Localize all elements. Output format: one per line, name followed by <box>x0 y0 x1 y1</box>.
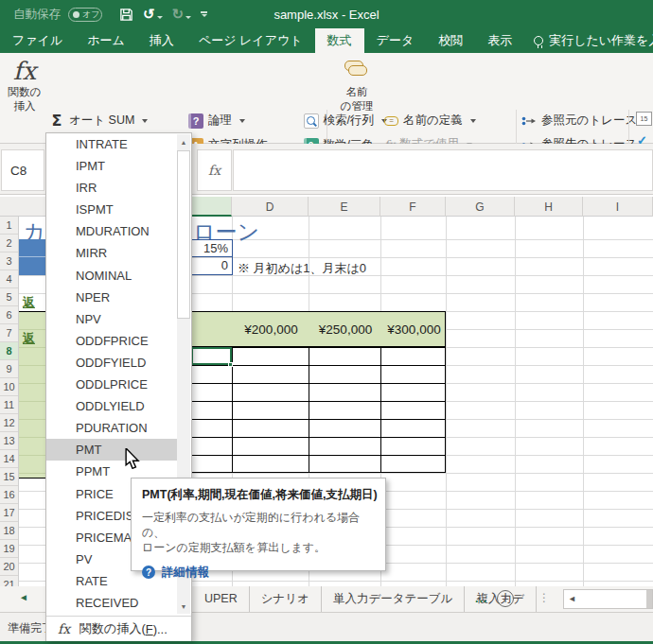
ribbon-tab[interactable]: 表示 <box>475 28 524 53</box>
sheet-tab-overflow[interactable]: ... <box>475 592 487 605</box>
row-header[interactable]: 7 <box>0 324 18 342</box>
function-menu-item[interactable]: ODDLPRICE <box>46 374 178 395</box>
sheet-tab[interactable]: 単入力データテーブル <box>322 586 465 612</box>
insert-function-label1: 関数の <box>9 85 42 99</box>
row-header[interactable]: 17 <box>0 504 18 522</box>
function-menu-item[interactable]: MIRR <box>46 242 178 264</box>
cell-c3-type[interactable]: 0 <box>185 257 232 274</box>
cell-c2-rate[interactable]: 15% <box>185 240 232 257</box>
row-header[interactable]: 12 <box>0 414 18 432</box>
tooltip-link-row[interactable]: ? 詳細情報 <box>142 565 375 581</box>
ribbon-tab[interactable]: ページ レイアウト <box>186 28 315 53</box>
tab-splitter-icon[interactable]: ⋮ <box>538 591 550 604</box>
row-header[interactable]: 21 <box>0 576 18 586</box>
function-menu-item[interactable]: ODDLYIELD <box>46 395 178 417</box>
scroll-down-button[interactable]: ▼ <box>177 599 190 614</box>
active-cell-c8[interactable] <box>191 347 232 365</box>
function-menu-item[interactable]: RECEIVED <box>46 592 178 614</box>
column-header[interactable]: E <box>309 197 380 217</box>
row-header[interactable]: 16 <box>0 486 18 504</box>
function-menu-item[interactable]: ODDFYIELD <box>46 352 178 374</box>
insert-function-menu-item[interactable]: fx 関数の挿入(F)... <box>46 616 191 641</box>
sheet-tab[interactable]: シナリオ <box>250 586 322 612</box>
fill-handle[interactable] <box>228 362 233 367</box>
trace-precedents-button[interactable]: 参照元のトレース <box>521 109 653 132</box>
function-menu-item[interactable]: IPMT <box>46 155 178 177</box>
scrollbar-thumb[interactable] <box>177 150 190 319</box>
ribbon-tab[interactable]: 校閲 <box>426 28 475 53</box>
ribbon-tab[interactable]: ファイル <box>0 28 75 53</box>
ribbon-tab[interactable]: ホーム <box>75 28 137 53</box>
insert-function-button[interactable]: fx 関数の 挿入 <box>6 57 44 113</box>
define-name-button[interactable]: = 名前の定義 <box>384 109 495 132</box>
row-header[interactable]: 1 <box>0 217 18 235</box>
column-header[interactable]: F <box>380 197 446 217</box>
details-link[interactable]: 詳細情報 <box>162 565 209 581</box>
function-menu-item[interactable]: ISPMT <box>46 199 178 220</box>
loan-amount-cell[interactable]: ¥200,000 <box>233 312 309 346</box>
fx-icon: fx <box>208 163 221 178</box>
ribbon-tab[interactable]: 挿入 <box>137 28 186 53</box>
ready-indicator: 準備完了 <box>8 620 49 636</box>
show-formulas-icon[interactable]: 15 <box>636 112 652 126</box>
row-header[interactable]: 3 <box>0 252 18 270</box>
row-header[interactable]: 6 <box>0 306 18 324</box>
function-menu-item[interactable]: NPER <box>46 287 178 308</box>
hscroll-left-icon[interactable]: ◄ <box>568 594 576 603</box>
row-header[interactable]: 11 <box>0 396 18 414</box>
horizontal-scrollbar[interactable]: ◄ <box>563 589 653 609</box>
ribbon-tab[interactable]: データ <box>364 28 427 53</box>
row-header[interactable]: 19 <box>0 540 18 558</box>
help-icon: ? <box>142 566 155 579</box>
new-sheet-button[interactable]: + <box>497 590 514 607</box>
ribbon-autosum-button[interactable]: Σ オート SUM <box>45 110 153 131</box>
document-title: sample.xlsx - Excel <box>0 8 653 22</box>
row-header[interactable]: 10 <box>0 378 18 396</box>
sheet-tab[interactable]: UPER <box>193 586 250 612</box>
row-header[interactable]: 5 <box>0 288 18 306</box>
grid-line <box>446 217 447 586</box>
row-header[interactable]: 20 <box>0 558 18 576</box>
hscroll-thumb[interactable] <box>646 590 652 608</box>
loan-amount-cell[interactable]: ¥250,000 <box>309 312 381 346</box>
row-header[interactable]: 8 <box>0 342 18 360</box>
name-box[interactable]: C8 <box>1 149 44 191</box>
function-menu-item[interactable]: NOMINAL <box>46 265 178 287</box>
tell-me-box[interactable]: 実行したい作業を入力してください <box>534 28 653 53</box>
tooltip-line2: ローンの定期支払額を算出します。 <box>142 540 375 555</box>
cell-a2-a3-blue[interactable] <box>19 239 45 275</box>
row-header[interactable]: 15 <box>0 468 18 486</box>
ribbon-tab[interactable]: 数式 <box>315 28 364 53</box>
row-header[interactable]: 14 <box>0 450 18 468</box>
ribbon-logical-button[interactable]: ? 論理 <box>185 110 251 131</box>
scroll-up-button[interactable]: ▲ <box>177 134 190 149</box>
insert-function-fx-button[interactable]: fx <box>197 149 232 191</box>
footer-label-end: )... <box>153 622 168 636</box>
sheet-nav-left-icon[interactable]: ◄ <box>19 592 28 602</box>
column-header[interactable]: I <box>583 197 653 217</box>
loan-amount-cell[interactable]: ¥300,000 <box>381 312 447 346</box>
row-header[interactable]: 2 <box>0 235 18 252</box>
lookup-icon <box>304 113 319 129</box>
name-manager-button[interactable]: 名前 の管理 <box>333 57 380 113</box>
function-menu-item[interactable]: INTRATE <box>46 133 178 155</box>
column-header[interactable]: D <box>232 197 309 217</box>
ribbon-tabs: ファイルホーム挿入ページ レイアウト数式データ校閲表示 <box>0 28 524 53</box>
function-menu-item[interactable]: IRR <box>46 177 178 199</box>
column-header-c-active[interactable] <box>191 197 232 217</box>
row-header[interactable]: 13 <box>0 432 18 450</box>
row-header[interactable]: 9 <box>0 360 18 378</box>
cell-d3-note[interactable]: ※ 月初めは1、月末は0 <box>238 260 366 277</box>
formula-input[interactable] <box>233 149 653 191</box>
column-header[interactable]: G <box>446 197 515 217</box>
function-menu-item[interactable]: ODDFPRICE <box>46 330 178 352</box>
cell-a7-label[interactable]: 返 <box>23 330 35 347</box>
row-header[interactable]: 4 <box>0 270 18 288</box>
cell-a5-label[interactable]: 返 <box>23 294 35 311</box>
column-header[interactable]: H <box>515 197 583 217</box>
function-menu-item[interactable]: PDURATION <box>46 417 178 439</box>
function-menu-item[interactable]: NPV <box>46 308 178 330</box>
row-header[interactable]: 18 <box>0 522 18 540</box>
function-menu-item[interactable]: PMT <box>46 439 178 461</box>
function-menu-item[interactable]: MDURATION <box>46 220 178 242</box>
